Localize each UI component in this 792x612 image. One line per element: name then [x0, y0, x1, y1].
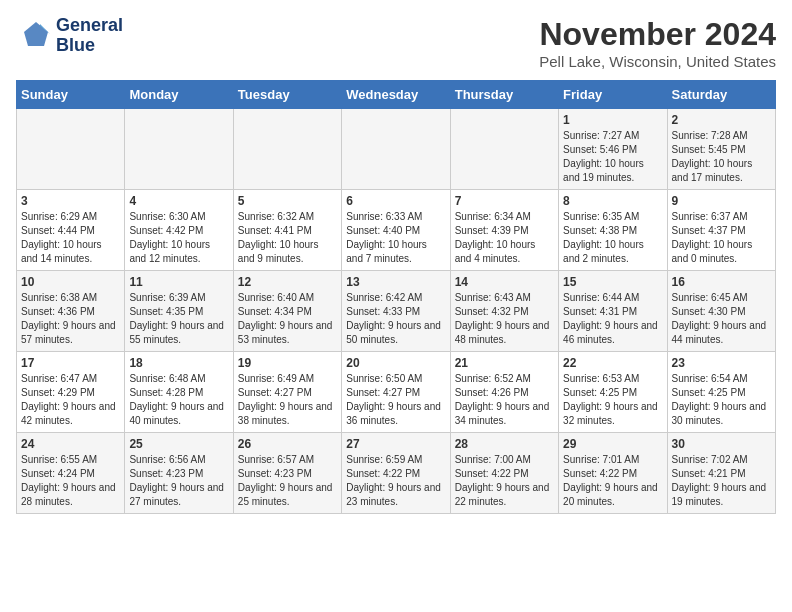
header-day-thursday: Thursday: [450, 81, 558, 109]
calendar-cell: 8Sunrise: 6:35 AMSunset: 4:38 PMDaylight…: [559, 190, 667, 271]
day-number: 1: [563, 113, 662, 127]
header-day-friday: Friday: [559, 81, 667, 109]
calendar-cell: 14Sunrise: 6:43 AMSunset: 4:32 PMDayligh…: [450, 271, 558, 352]
calendar-cell: 18Sunrise: 6:48 AMSunset: 4:28 PMDayligh…: [125, 352, 233, 433]
subtitle: Pell Lake, Wisconsin, United States: [539, 53, 776, 70]
calendar-cell: 6Sunrise: 6:33 AMSunset: 4:40 PMDaylight…: [342, 190, 450, 271]
header-day-saturday: Saturday: [667, 81, 775, 109]
day-info: Sunrise: 6:53 AMSunset: 4:25 PMDaylight:…: [563, 372, 662, 428]
calendar-cell: 4Sunrise: 6:30 AMSunset: 4:42 PMDaylight…: [125, 190, 233, 271]
day-info: Sunrise: 6:47 AMSunset: 4:29 PMDaylight:…: [21, 372, 120, 428]
day-info: Sunrise: 7:00 AMSunset: 4:22 PMDaylight:…: [455, 453, 554, 509]
calendar-cell: 7Sunrise: 6:34 AMSunset: 4:39 PMDaylight…: [450, 190, 558, 271]
day-info: Sunrise: 7:27 AMSunset: 5:46 PMDaylight:…: [563, 129, 662, 185]
calendar-cell: 11Sunrise: 6:39 AMSunset: 4:35 PMDayligh…: [125, 271, 233, 352]
main-title: November 2024: [539, 16, 776, 53]
day-info: Sunrise: 6:50 AMSunset: 4:27 PMDaylight:…: [346, 372, 445, 428]
day-number: 8: [563, 194, 662, 208]
calendar-cell: 3Sunrise: 6:29 AMSunset: 4:44 PMDaylight…: [17, 190, 125, 271]
header-day-sunday: Sunday: [17, 81, 125, 109]
day-number: 20: [346, 356, 445, 370]
logo-icon: [16, 18, 52, 54]
day-info: Sunrise: 6:40 AMSunset: 4:34 PMDaylight:…: [238, 291, 337, 347]
calendar-cell: 28Sunrise: 7:00 AMSunset: 4:22 PMDayligh…: [450, 433, 558, 514]
day-number: 24: [21, 437, 120, 451]
logo-text: General Blue: [56, 16, 123, 56]
header-day-tuesday: Tuesday: [233, 81, 341, 109]
calendar-cell: 5Sunrise: 6:32 AMSunset: 4:41 PMDaylight…: [233, 190, 341, 271]
calendar-table: SundayMondayTuesdayWednesdayThursdayFrid…: [16, 80, 776, 514]
calendar-cell: [342, 109, 450, 190]
day-info: Sunrise: 6:33 AMSunset: 4:40 PMDaylight:…: [346, 210, 445, 266]
day-number: 3: [21, 194, 120, 208]
day-number: 30: [672, 437, 771, 451]
day-info: Sunrise: 6:45 AMSunset: 4:30 PMDaylight:…: [672, 291, 771, 347]
calendar-week-row: 3Sunrise: 6:29 AMSunset: 4:44 PMDaylight…: [17, 190, 776, 271]
day-info: Sunrise: 6:38 AMSunset: 4:36 PMDaylight:…: [21, 291, 120, 347]
calendar-cell: 9Sunrise: 6:37 AMSunset: 4:37 PMDaylight…: [667, 190, 775, 271]
calendar-cell: 20Sunrise: 6:50 AMSunset: 4:27 PMDayligh…: [342, 352, 450, 433]
calendar-cell: [17, 109, 125, 190]
calendar-cell: 13Sunrise: 6:42 AMSunset: 4:33 PMDayligh…: [342, 271, 450, 352]
calendar-cell: 26Sunrise: 6:57 AMSunset: 4:23 PMDayligh…: [233, 433, 341, 514]
day-info: Sunrise: 6:37 AMSunset: 4:37 PMDaylight:…: [672, 210, 771, 266]
calendar-cell: 19Sunrise: 6:49 AMSunset: 4:27 PMDayligh…: [233, 352, 341, 433]
day-number: 28: [455, 437, 554, 451]
day-info: Sunrise: 6:34 AMSunset: 4:39 PMDaylight:…: [455, 210, 554, 266]
day-info: Sunrise: 6:44 AMSunset: 4:31 PMDaylight:…: [563, 291, 662, 347]
day-info: Sunrise: 6:55 AMSunset: 4:24 PMDaylight:…: [21, 453, 120, 509]
day-number: 13: [346, 275, 445, 289]
calendar-week-row: 24Sunrise: 6:55 AMSunset: 4:24 PMDayligh…: [17, 433, 776, 514]
calendar-week-row: 1Sunrise: 7:27 AMSunset: 5:46 PMDaylight…: [17, 109, 776, 190]
title-area: November 2024 Pell Lake, Wisconsin, Unit…: [539, 16, 776, 70]
day-number: 11: [129, 275, 228, 289]
header-day-wednesday: Wednesday: [342, 81, 450, 109]
day-number: 18: [129, 356, 228, 370]
calendar-header-row: SundayMondayTuesdayWednesdayThursdayFrid…: [17, 81, 776, 109]
day-info: Sunrise: 6:32 AMSunset: 4:41 PMDaylight:…: [238, 210, 337, 266]
calendar-cell: 12Sunrise: 6:40 AMSunset: 4:34 PMDayligh…: [233, 271, 341, 352]
day-number: 21: [455, 356, 554, 370]
day-number: 4: [129, 194, 228, 208]
day-number: 27: [346, 437, 445, 451]
calendar-cell: 30Sunrise: 7:02 AMSunset: 4:21 PMDayligh…: [667, 433, 775, 514]
calendar-cell: 1Sunrise: 7:27 AMSunset: 5:46 PMDaylight…: [559, 109, 667, 190]
day-info: Sunrise: 7:02 AMSunset: 4:21 PMDaylight:…: [672, 453, 771, 509]
calendar-cell: 29Sunrise: 7:01 AMSunset: 4:22 PMDayligh…: [559, 433, 667, 514]
day-info: Sunrise: 6:49 AMSunset: 4:27 PMDaylight:…: [238, 372, 337, 428]
calendar-week-row: 17Sunrise: 6:47 AMSunset: 4:29 PMDayligh…: [17, 352, 776, 433]
day-info: Sunrise: 6:29 AMSunset: 4:44 PMDaylight:…: [21, 210, 120, 266]
day-number: 10: [21, 275, 120, 289]
day-number: 15: [563, 275, 662, 289]
day-number: 14: [455, 275, 554, 289]
day-number: 23: [672, 356, 771, 370]
calendar-cell: 17Sunrise: 6:47 AMSunset: 4:29 PMDayligh…: [17, 352, 125, 433]
day-info: Sunrise: 6:42 AMSunset: 4:33 PMDaylight:…: [346, 291, 445, 347]
day-info: Sunrise: 6:54 AMSunset: 4:25 PMDaylight:…: [672, 372, 771, 428]
logo: General Blue: [16, 16, 123, 56]
day-number: 12: [238, 275, 337, 289]
calendar-cell: 21Sunrise: 6:52 AMSunset: 4:26 PMDayligh…: [450, 352, 558, 433]
calendar-cell: 2Sunrise: 7:28 AMSunset: 5:45 PMDaylight…: [667, 109, 775, 190]
calendar-cell: [125, 109, 233, 190]
day-number: 29: [563, 437, 662, 451]
calendar-cell: 22Sunrise: 6:53 AMSunset: 4:25 PMDayligh…: [559, 352, 667, 433]
day-info: Sunrise: 6:57 AMSunset: 4:23 PMDaylight:…: [238, 453, 337, 509]
day-info: Sunrise: 6:52 AMSunset: 4:26 PMDaylight:…: [455, 372, 554, 428]
day-info: Sunrise: 6:39 AMSunset: 4:35 PMDaylight:…: [129, 291, 228, 347]
day-number: 7: [455, 194, 554, 208]
day-info: Sunrise: 7:28 AMSunset: 5:45 PMDaylight:…: [672, 129, 771, 185]
calendar-cell: 23Sunrise: 6:54 AMSunset: 4:25 PMDayligh…: [667, 352, 775, 433]
day-number: 16: [672, 275, 771, 289]
day-info: Sunrise: 6:48 AMSunset: 4:28 PMDaylight:…: [129, 372, 228, 428]
calendar-cell: 10Sunrise: 6:38 AMSunset: 4:36 PMDayligh…: [17, 271, 125, 352]
day-number: 19: [238, 356, 337, 370]
calendar-week-row: 10Sunrise: 6:38 AMSunset: 4:36 PMDayligh…: [17, 271, 776, 352]
calendar-cell: 25Sunrise: 6:56 AMSunset: 4:23 PMDayligh…: [125, 433, 233, 514]
day-info: Sunrise: 6:56 AMSunset: 4:23 PMDaylight:…: [129, 453, 228, 509]
calendar-cell: [450, 109, 558, 190]
day-info: Sunrise: 6:43 AMSunset: 4:32 PMDaylight:…: [455, 291, 554, 347]
day-number: 17: [21, 356, 120, 370]
day-number: 2: [672, 113, 771, 127]
header: General Blue November 2024 Pell Lake, Wi…: [16, 16, 776, 70]
